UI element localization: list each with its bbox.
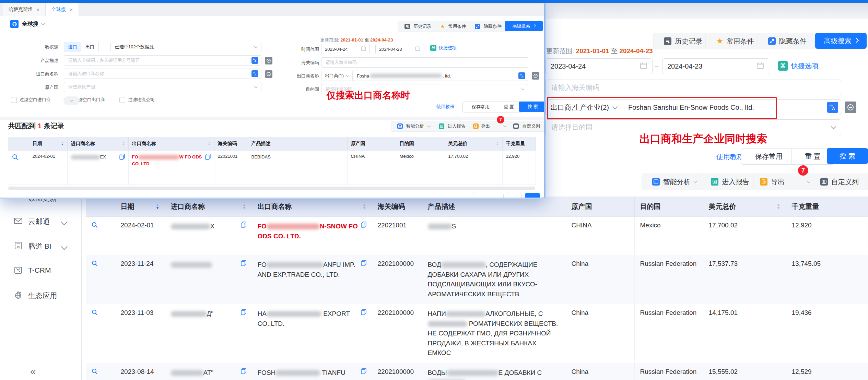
pagination-partial[interactable] (508, 193, 521, 199)
translate-icon[interactable]: 中A (827, 102, 838, 113)
import-toggle[interactable]: 进口 (64, 42, 81, 52)
calendar-icon[interactable] (640, 62, 647, 71)
copy-icon[interactable] (361, 309, 366, 317)
column-header[interactable]: 美元总价▲▼ (445, 137, 502, 151)
hide-conditions-button[interactable]: 隐藏条件 (468, 21, 508, 32)
column-header[interactable]: 进口商名称▲▼ (165, 197, 252, 217)
tutorial-link[interactable]: 使用教程 (716, 152, 744, 162)
exclude-search-icon[interactable] (265, 70, 272, 78)
history-button[interactable]: 历史记录 (398, 21, 438, 32)
sidebar-item-cloud-mail[interactable]: 云邮通 (0, 215, 81, 227)
frequent-conditions-button[interactable]: ★ 常用条件 (705, 33, 765, 49)
save-frequent-button[interactable]: 保存常用 (462, 102, 499, 112)
column-header[interactable]: 进口商名称▲▼ (67, 137, 128, 151)
date-from-input[interactable]: 2023-04-24 (321, 44, 370, 54)
copy-icon[interactable] (119, 154, 125, 161)
sort-icons[interactable]: ▲▼ (243, 203, 246, 210)
date-to-input[interactable]: 2024-04-23 (662, 58, 769, 74)
smart-analysis-button[interactable]: 智能分析 (642, 174, 707, 190)
exclude-search-icon[interactable] (532, 72, 539, 80)
translate-icon[interactable]: 中A (251, 70, 258, 77)
pagination-partial[interactable] (473, 193, 504, 199)
column-header[interactable]: 出口商名称▲▼ (252, 197, 372, 217)
calendar-icon[interactable] (415, 46, 420, 52)
importer-name-input[interactable]: 请输入进口商名称 中A (64, 69, 261, 79)
datasource-select[interactable]: 已选中102个数据源 (110, 42, 261, 52)
hs-code-input[interactable]: 请输入海关编码 (546, 80, 841, 95)
row-search-icon[interactable] (91, 368, 98, 375)
horizontal-scrollbar[interactable] (8, 187, 535, 190)
save-frequent-button[interactable]: 保存常用 (741, 148, 797, 165)
sort-icons[interactable]: ▲▼ (122, 142, 125, 146)
search-button[interactable]: 搜 索 (827, 148, 868, 164)
copy-icon[interactable] (361, 368, 366, 376)
history-button[interactable]: 历史记录 (653, 33, 713, 49)
column-header[interactable]: 出口商名称▲▼ (128, 137, 214, 151)
copy-icon[interactable] (241, 309, 246, 317)
page-title[interactable]: 全球搜 (10, 20, 44, 28)
search-button[interactable]: 搜 索 (519, 102, 546, 112)
quick-options-link[interactable]: ⌘ 快捷选项 (430, 45, 457, 51)
sort-icons[interactable]: ▲▼ (363, 203, 366, 210)
calendar-icon[interactable] (756, 62, 764, 71)
tutorial-link[interactable]: 使用教程 (436, 104, 454, 110)
date-to-input[interactable]: 2024-04-23 (375, 44, 424, 54)
pagination-current-page[interactable] (525, 193, 540, 199)
exclude-search-icon[interactable] (845, 102, 856, 113)
sort-icons[interactable]: ▲▼ (777, 203, 781, 210)
close-icon[interactable]: ✕ (36, 7, 40, 12)
advanced-search-button[interactable]: 高级搜索 (505, 21, 543, 31)
calendar-icon[interactable] (361, 46, 366, 52)
sidebar-item-t-crm[interactable]: T-CRM (0, 265, 81, 276)
column-header[interactable]: 日期▲▼ (29, 137, 67, 151)
enter-report-button[interactable]: 进入报告 (432, 121, 473, 132)
exporter-type-select[interactable]: 出口商(1) (321, 71, 353, 81)
row-search-icon[interactable] (12, 154, 19, 161)
exclude-search-icon[interactable] (265, 57, 272, 64)
export-button[interactable]: 导出 (753, 174, 817, 190)
column-header[interactable]: 日期▲▼ (115, 197, 165, 217)
copy-icon[interactable] (361, 260, 366, 268)
date-from-input[interactable]: 2023-04-24 (546, 58, 653, 74)
sort-icons[interactable]: ▲▼ (61, 142, 64, 146)
expand-form-button[interactable] (63, 96, 79, 105)
sort-icons[interactable]: ▲▼ (156, 203, 160, 210)
advanced-search-button[interactable]: 高级搜索 (815, 33, 867, 49)
smart-analysis-button[interactable]: 智能分析 (391, 121, 436, 132)
copy-icon[interactable] (205, 154, 211, 161)
hs-code-input[interactable]: 请输入海关编码 (321, 57, 528, 68)
custom-columns-button[interactable]: 自定义列 (810, 174, 868, 190)
datasource-direction-toggle[interactable]: 进口 出口 (64, 42, 99, 52)
filter-logistics-checkbox[interactable]: 过滤物流公司 (119, 97, 155, 103)
copy-icon[interactable] (241, 222, 246, 229)
sort-icons[interactable]: ▲▼ (208, 142, 211, 146)
exporter-field[interactable]: 出口商(1) Fosha , ltd. 中A (321, 71, 528, 81)
product-desc-input[interactable]: 请输入关键词，多关键词用分号隔开 中A (64, 55, 261, 66)
sidebar-item-tendata-bi[interactable]: BI 腾道 BI (0, 240, 81, 252)
row-search-icon[interactable] (91, 309, 98, 316)
quick-options-link[interactable]: ⌘ 快捷选项 (778, 61, 819, 71)
copy-icon[interactable] (241, 368, 246, 376)
close-icon[interactable]: ✕ (69, 7, 73, 12)
cell-importer: EX (67, 151, 128, 185)
copy-icon[interactable] (241, 260, 246, 268)
filter-blank-importer-checkbox[interactable]: 过滤空白进口商 (11, 97, 51, 103)
sidebar-collapse-icon[interactable]: « (30, 366, 35, 377)
row-search-icon[interactable] (91, 222, 98, 228)
frequent-conditions-button[interactable]: ★ 常用条件 (433, 21, 473, 32)
column-header[interactable]: 美元总价▲▼ (703, 197, 786, 217)
enter-report-button[interactable]: 进入报告 (700, 174, 760, 190)
tab-kazakhstan[interactable]: 哈萨克斯坦 ✕ (3, 3, 46, 16)
hide-conditions-button[interactable]: 隐藏条件 (758, 33, 817, 49)
sort-icons[interactable]: ▲▼ (496, 142, 499, 146)
export-toggle[interactable]: 出口 (81, 42, 98, 52)
export-button[interactable]: 导出 (469, 121, 511, 132)
row-search-icon[interactable] (91, 260, 98, 267)
origin-country-select[interactable]: 请选择原产国 (64, 82, 261, 92)
copy-icon[interactable] (361, 222, 366, 229)
translate-icon[interactable]: 中A (518, 72, 525, 79)
sidebar-item-eco-apps[interactable]: 生态应用 (0, 289, 81, 301)
translate-icon[interactable]: 中A (251, 57, 258, 64)
tab-global-search[interactable]: 全球搜 ✕ (46, 3, 79, 16)
custom-columns-button[interactable]: 自定义列 (506, 121, 546, 132)
